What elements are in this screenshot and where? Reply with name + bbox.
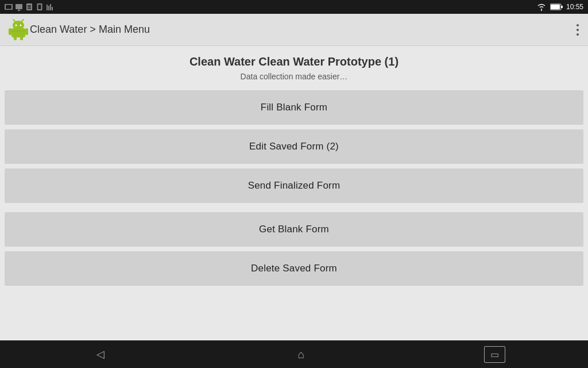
home-button[interactable]: ⌂: [284, 343, 318, 366]
notification-icons: [5, 3, 54, 11]
svg-rect-25: [14, 36, 17, 40]
nav-bar: ◁ ⌂ ▭: [0, 340, 588, 368]
svg-rect-7: [28, 8, 31, 9]
svg-marker-3: [17, 9, 21, 11]
status-time: 10:55: [566, 3, 583, 11]
page-subtitle: Data collection made easier…: [5, 72, 583, 81]
notification-icon-3: [25, 3, 33, 11]
status-bar: 10:55: [0, 0, 588, 14]
notification-icon-5: [46, 3, 54, 11]
action-bar: Clean Water > Main Menu: [0, 14, 588, 46]
status-right: 10:55: [536, 3, 583, 11]
back-button[interactable]: ◁: [83, 343, 118, 365]
svg-rect-6: [28, 7, 31, 8]
overflow-dot-1: [577, 24, 579, 26]
svg-rect-10: [47, 5, 48, 10]
svg-rect-9: [38, 5, 41, 9]
svg-rect-16: [551, 5, 560, 9]
android-logo: [7, 18, 30, 41]
svg-rect-24: [25, 28, 28, 35]
send-finalized-form-button[interactable]: Send Finalized Form: [5, 168, 583, 203]
svg-rect-12: [50, 4, 51, 10]
svg-point-19: [16, 24, 17, 26]
edit-saved-form-button[interactable]: Edit Saved Form (2): [5, 129, 583, 164]
app-title: Clean Water > Main Menu: [30, 24, 574, 36]
battery-icon: [550, 3, 563, 10]
page-title: Clean Water Clean Water Prototype (1): [5, 55, 583, 68]
svg-rect-11: [48, 6, 49, 10]
status-left: [5, 3, 54, 11]
notification-icon-2: [15, 3, 23, 11]
svg-line-22: [22, 20, 24, 21]
svg-rect-13: [52, 7, 53, 10]
get-blank-form-button[interactable]: Get Blank Form: [5, 212, 583, 247]
wifi-icon: [536, 3, 547, 11]
notification-icon-4: [36, 3, 44, 11]
overflow-dot-2: [577, 29, 579, 31]
svg-rect-15: [561, 6, 563, 8]
recents-button[interactable]: ▭: [484, 346, 505, 363]
delete-saved-form-button[interactable]: Delete Saved Form: [5, 251, 583, 286]
overflow-dot-3: [577, 33, 579, 36]
svg-point-20: [20, 24, 22, 26]
main-content: Clean Water Clean Water Prototype (1) Da…: [0, 46, 588, 340]
svg-line-21: [13, 20, 15, 21]
overflow-menu-button[interactable]: [574, 20, 581, 40]
svg-rect-1: [6, 5, 11, 9]
svg-rect-26: [20, 36, 23, 40]
svg-point-18: [13, 21, 24, 30]
fill-blank-form-button[interactable]: Fill Blank Form: [5, 90, 583, 125]
svg-rect-5: [28, 5, 31, 6]
svg-rect-2: [16, 4, 22, 9]
svg-rect-23: [9, 28, 11, 35]
notification-icon-1: [5, 3, 13, 11]
